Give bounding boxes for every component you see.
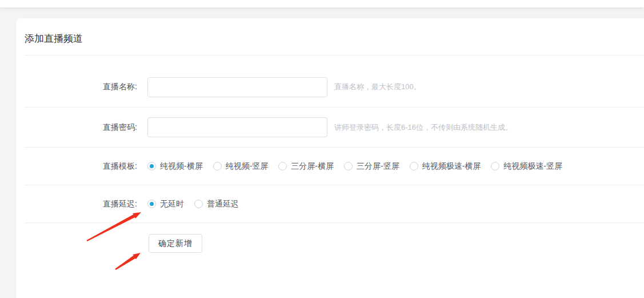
form-row-live-delay: 直播延迟: 无延时 普通延迟 [25, 185, 644, 223]
radio-selected-icon [147, 200, 156, 208]
confirm-add-button[interactable]: 确定新增 [149, 234, 202, 253]
radio-template-pure-video-landscape[interactable]: 纯视频-横屏 [147, 161, 203, 172]
live-name-label: 直播名称: [25, 82, 137, 92]
radio-unselected-icon [194, 200, 203, 208]
radio-delay-none[interactable]: 无延时 [147, 199, 184, 209]
live-delay-label: 直播延迟: [25, 199, 137, 209]
radio-unselected-icon [213, 162, 222, 170]
form-row-live-password: 直播密码: 讲师登录密码，长度6-16位，不传则由系统随机生成。 [25, 108, 644, 148]
radio-template-pure-video-portrait[interactable]: 纯视频-竖屏 [213, 161, 269, 172]
live-name-input[interactable] [147, 77, 327, 97]
add-live-channel-panel: 添加直播频道 直播名称: 直播名称，最大长度100。 直播密码: 讲师登录密码，… [16, 18, 644, 298]
live-template-label: 直播模板: [25, 161, 137, 172]
radio-unselected-icon [410, 162, 418, 170]
radio-selected-icon [147, 162, 156, 170]
radio-delay-normal[interactable]: 普通延迟 [194, 199, 239, 209]
form-row-live-template: 直播模板: 纯视频-横屏 纯视频-竖屏 三分屏-横屏 三分屏-竖屏 纯视频极速-… [25, 148, 644, 185]
form-row-submit: 确定新增 [25, 223, 644, 292]
radio-template-pure-video-fast-landscape[interactable]: 纯视频极速-横屏 [410, 161, 481, 172]
radio-unselected-icon [344, 162, 353, 170]
live-password-input[interactable] [147, 117, 327, 137]
form-row-live-name: 直播名称: 直播名称，最大长度100。 [25, 55, 644, 108]
radio-unselected-icon [278, 162, 287, 170]
page-title: 添加直播频道 [25, 18, 644, 55]
radio-unselected-icon [491, 162, 499, 170]
radio-template-three-split-landscape[interactable]: 三分屏-横屏 [278, 161, 334, 172]
live-password-label: 直播密码: [25, 122, 137, 133]
radio-template-pure-video-fast-portrait[interactable]: 纯视频极速-竖屏 [491, 161, 562, 172]
radio-template-three-split-portrait[interactable]: 三分屏-竖屏 [344, 161, 399, 172]
live-password-hint: 讲师登录密码，长度6-16位，不传则由系统随机生成。 [334, 122, 513, 133]
live-name-hint: 直播名称，最大长度100。 [334, 82, 421, 92]
top-navigation-bar [0, 0, 644, 7]
